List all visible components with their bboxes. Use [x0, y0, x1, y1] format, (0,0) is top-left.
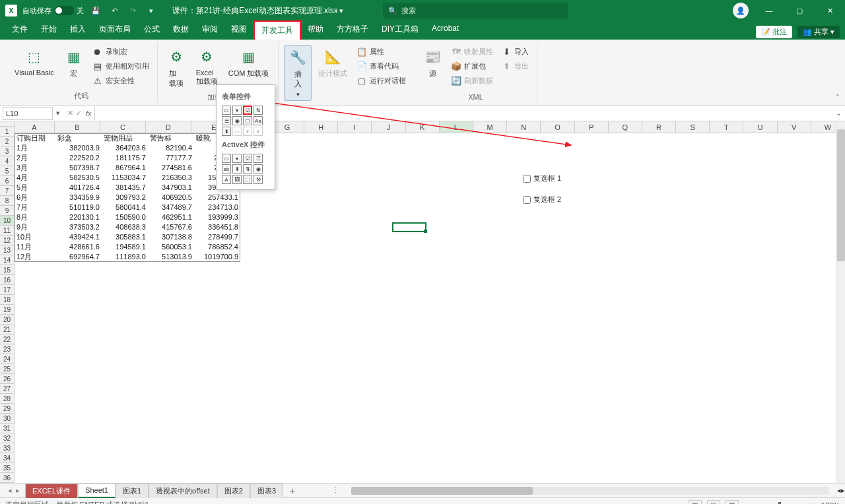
cell[interactable]: 309793.2: [102, 193, 148, 203]
run-dialog-button[interactable]: ▢运行对话框: [354, 74, 409, 87]
cell[interactable]: 2月: [15, 153, 55, 163]
ax-button-icon[interactable]: ▭: [222, 154, 231, 163]
form-combo3-icon[interactable]: ▾: [254, 127, 263, 136]
col-header-U[interactable]: U: [743, 121, 777, 133]
cell[interactable]: 462951.1: [148, 212, 194, 222]
cell[interactable]: 786852.4: [194, 242, 240, 252]
tab-1[interactable]: 开始: [34, 20, 63, 40]
form-checkbox-2[interactable]: 复选框 2: [523, 195, 561, 205]
sheet-tab-1[interactable]: Sheet1: [78, 484, 116, 498]
enter-formula-icon[interactable]: ✓: [76, 109, 82, 117]
form-textfield-icon[interactable]: ▭: [232, 127, 242, 136]
cell[interactable]: 11月: [15, 242, 55, 252]
macros-button[interactable]: ▦宏: [61, 45, 87, 81]
cell[interactable]: 82190.4: [148, 143, 194, 153]
row-header-21[interactable]: 21: [0, 325, 15, 334]
row-header-10[interactable]: 10: [0, 216, 15, 226]
form-groupbox-icon[interactable]: ▢: [243, 116, 252, 125]
cell[interactable]: 278499.7: [194, 232, 240, 242]
cell[interactable]: 347489.7: [148, 203, 194, 212]
vertical-scrollbar[interactable]: [836, 121, 845, 483]
v-scroll-thumb[interactable]: [837, 129, 845, 261]
sheet-tab-0[interactable]: EXCEL课件: [25, 484, 78, 498]
row-header-32[interactable]: 32: [0, 433, 15, 443]
form-spinner-icon[interactable]: ⇅: [254, 106, 263, 115]
design-mode-button[interactable]: 📐设计模式: [314, 45, 351, 81]
form-combobox-icon[interactable]: ▾: [232, 106, 242, 115]
user-avatar[interactable]: 👤: [733, 3, 749, 18]
cell-header[interactable]: 彩盒: [55, 133, 102, 143]
sheet-nav[interactable]: ◂▸: [3, 486, 25, 495]
title-dropdown-icon[interactable]: ▾: [339, 7, 343, 15]
fx-icon[interactable]: fx: [86, 110, 92, 117]
expand-pack-button[interactable]: 📦扩展包: [448, 59, 496, 73]
cell[interactable]: 513013.9: [148, 252, 194, 262]
formula-bar[interactable]: [94, 107, 832, 120]
insert-controls-button[interactable]: 🔧插 入▼: [284, 45, 312, 101]
cell-header[interactable]: 订购日期: [15, 133, 55, 143]
tab-6[interactable]: 审阅: [195, 20, 224, 40]
row-header-36[interactable]: 36: [0, 473, 15, 483]
form-listbox-icon[interactable]: ☰: [222, 116, 231, 125]
row-header-29[interactable]: 29: [0, 404, 15, 414]
col-header-Q[interactable]: Q: [609, 121, 642, 133]
cell[interactable]: 9月: [15, 222, 55, 232]
cell[interactable]: 220130.1: [55, 212, 102, 222]
col-header-O[interactable]: O: [541, 121, 574, 133]
row-header-7[interactable]: 7: [0, 186, 15, 196]
cell[interactable]: 582530.5: [55, 173, 102, 183]
cell[interactable]: 381435.7: [102, 183, 148, 193]
autosave-switch-icon[interactable]: [54, 6, 74, 15]
ax-combobox-icon[interactable]: ▾: [232, 154, 242, 163]
form-label-icon[interactable]: Aa: [254, 116, 263, 125]
cell[interactable]: 257433.1: [194, 193, 240, 203]
cell[interactable]: 77177.7: [148, 153, 194, 163]
cell[interactable]: 6月: [15, 193, 55, 203]
cell[interactable]: 10月: [15, 232, 55, 242]
row-header-15[interactable]: 15: [0, 265, 15, 275]
cell[interactable]: 194589.1: [102, 242, 148, 252]
sheet-next-icon[interactable]: ▸: [16, 486, 20, 495]
select-all-corner[interactable]: [0, 121, 15, 127]
tab-11[interactable]: DIY工具箱: [375, 20, 425, 40]
autosave-toggle[interactable]: 自动保存 关: [22, 6, 84, 16]
cell[interactable]: 439424.1: [55, 232, 102, 242]
ax-listbox-icon[interactable]: ☰: [254, 154, 263, 163]
row-header-8[interactable]: 8: [0, 196, 15, 206]
cell[interactable]: 222520.2: [55, 153, 102, 163]
row-header-3[interactable]: 3: [0, 146, 15, 156]
row-header-5[interactable]: 5: [0, 166, 15, 176]
cell[interactable]: 12月: [15, 252, 55, 262]
close-button[interactable]: ✕: [820, 4, 840, 17]
cell[interactable]: 401726.4: [55, 183, 102, 193]
sheet-tab-2[interactable]: 图表1: [116, 484, 149, 498]
zoom-in-button[interactable]: +: [811, 501, 815, 505]
col-header-B[interactable]: B: [55, 121, 100, 133]
tab-10[interactable]: 方方格子: [330, 20, 375, 40]
tab-7[interactable]: 视图: [224, 20, 254, 40]
row-header-20[interactable]: 20: [0, 315, 15, 325]
col-header-T[interactable]: T: [710, 121, 743, 133]
cancel-formula-icon[interactable]: ✕: [67, 109, 73, 117]
row-header-11[interactable]: 11: [0, 226, 15, 236]
cell-header[interactable]: 宠物用品: [102, 133, 148, 143]
row-header-2[interactable]: 2: [0, 137, 15, 146]
view-code-button[interactable]: 📄查看代码: [354, 59, 409, 73]
comments-button[interactable]: 📝 批注: [756, 26, 792, 38]
horizontal-scrollbar[interactable]: [351, 487, 829, 495]
col-header-A[interactable]: A: [15, 121, 55, 133]
tab-12[interactable]: Acrobat: [425, 20, 465, 40]
page-break-button[interactable]: ▥: [726, 500, 739, 505]
row-header-6[interactable]: 6: [0, 176, 15, 186]
row-header-1[interactable]: 1: [0, 127, 15, 137]
row-header-28[interactable]: 28: [0, 394, 15, 404]
cell[interactable]: 5月: [15, 183, 55, 193]
cell[interactable]: 234713.0: [194, 203, 240, 212]
col-header-I[interactable]: I: [338, 121, 372, 133]
row-header-19[interactable]: 19: [0, 305, 15, 315]
row-header-17[interactable]: 17: [0, 285, 15, 295]
ax-spin-icon[interactable]: ⇅: [243, 164, 252, 173]
cell[interactable]: 406920.5: [148, 193, 194, 203]
maximize-button[interactable]: ▢: [790, 4, 809, 17]
addins-button[interactable]: ⚙加 载项: [163, 45, 189, 91]
